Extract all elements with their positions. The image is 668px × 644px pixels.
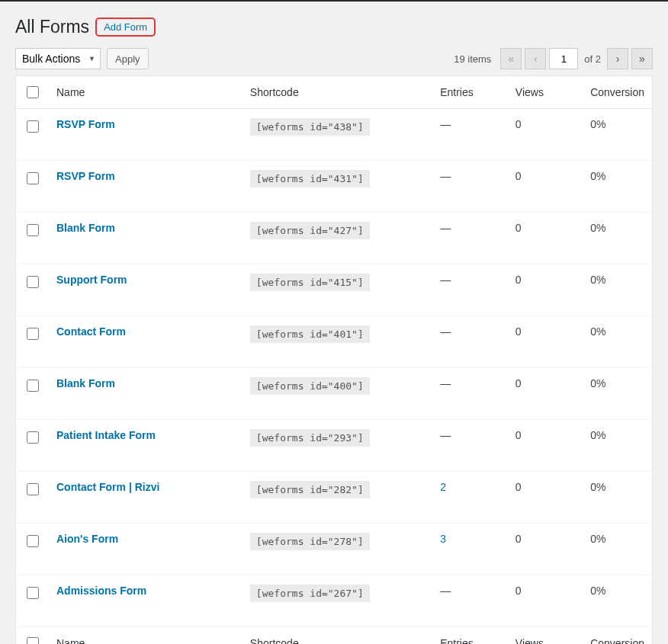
col-conversion-footer: Conversion: [583, 627, 652, 645]
items-count: 19 items: [454, 53, 491, 65]
forms-table: Name Shortcode Entries Views Conversion …: [15, 75, 653, 644]
conversion-value: 0%: [590, 170, 605, 182]
views-value: 0: [515, 274, 522, 286]
views-value: 0: [515, 170, 522, 182]
select-all-top[interactable]: [27, 86, 39, 98]
form-name-link[interactable]: RSVP Form: [56, 170, 115, 182]
entries-value: —: [440, 585, 451, 597]
conversion-value: 0%: [590, 274, 605, 286]
col-name[interactable]: Name: [49, 76, 242, 109]
col-views: Views: [508, 76, 583, 109]
row-checkbox[interactable]: [27, 276, 39, 288]
form-name-link[interactable]: Contact Form | Rizvi: [56, 481, 159, 493]
bulk-actions-select-top[interactable]: Bulk Actions: [15, 48, 101, 69]
conversion-value: 0%: [590, 222, 605, 234]
apply-button-top[interactable]: Apply: [107, 48, 149, 69]
col-entries: Entries: [432, 76, 508, 109]
table-row: RSVP Form[weforms id="431"]—00%: [16, 161, 653, 213]
row-checkbox[interactable]: [27, 328, 39, 340]
conversion-value: 0%: [590, 533, 605, 545]
entries-value: —: [440, 377, 451, 389]
conversion-value: 0%: [590, 585, 605, 597]
views-value: 0: [515, 325, 522, 338]
row-checkbox[interactable]: [27, 431, 39, 444]
table-row: Blank Form[weforms id="400"]—00%: [16, 368, 653, 420]
shortcode-text[interactable]: [weforms id="401"]: [250, 325, 370, 343]
entries-value: —: [440, 222, 451, 234]
form-name-link[interactable]: Patient Intake Form: [56, 429, 156, 441]
views-value: 0: [515, 222, 522, 234]
views-value: 0: [515, 118, 522, 130]
row-checkbox[interactable]: [27, 224, 39, 236]
shortcode-text[interactable]: [weforms id="293"]: [250, 429, 370, 447]
conversion-value: 0%: [590, 429, 605, 441]
table-row: Contact Form | Rizvi[weforms id="282"]20…: [16, 472, 653, 524]
form-name-link[interactable]: RSVP Form: [56, 118, 115, 130]
entries-link[interactable]: 3: [440, 533, 446, 545]
shortcode-text[interactable]: [weforms id="282"]: [250, 481, 370, 498]
row-checkbox[interactable]: [27, 172, 39, 184]
form-name-link[interactable]: Aion's Form: [56, 533, 118, 545]
select-all-bottom[interactable]: [27, 637, 39, 644]
shortcode-text[interactable]: [weforms id="427"]: [250, 222, 370, 239]
shortcode-text[interactable]: [weforms id="278"]: [250, 533, 370, 550]
table-row: Contact Form[weforms id="401"]—00%: [16, 316, 653, 368]
views-value: 0: [515, 533, 522, 545]
page-title: All Forms: [15, 17, 89, 37]
conversion-value: 0%: [590, 118, 605, 130]
table-row: Aion's Form[weforms id="278"]300%: [16, 524, 653, 575]
conversion-value: 0%: [590, 481, 605, 493]
table-row: RSVP Form[weforms id="438"]—00%: [16, 109, 653, 161]
shortcode-text[interactable]: [weforms id="438"]: [250, 118, 370, 136]
next-page-button[interactable]: ›: [607, 48, 628, 69]
row-checkbox[interactable]: [27, 587, 39, 599]
last-page-button[interactable]: »: [631, 48, 653, 69]
table-row: Support Form[weforms id="415"]—00%: [16, 264, 653, 316]
shortcode-text[interactable]: [weforms id="400"]: [250, 377, 370, 395]
col-shortcode-footer: Shortcode: [242, 627, 432, 645]
form-name-link[interactable]: Admissions Form: [56, 585, 146, 597]
add-form-button[interactable]: Add Form: [95, 18, 156, 37]
views-value: 0: [515, 585, 522, 597]
entries-value: —: [440, 118, 451, 130]
col-shortcode: Shortcode: [242, 76, 432, 109]
col-conversion: Conversion: [583, 76, 652, 109]
views-value: 0: [515, 481, 522, 493]
form-name-link[interactable]: Blank Form: [56, 222, 115, 234]
conversion-value: 0%: [590, 325, 605, 338]
row-checkbox[interactable]: [27, 380, 39, 392]
shortcode-text[interactable]: [weforms id="431"]: [250, 170, 370, 187]
col-name-footer[interactable]: Name: [49, 627, 242, 645]
table-row: Patient Intake Form[weforms id="293"]—00…: [16, 420, 653, 472]
views-value: 0: [515, 429, 522, 441]
bulk-actions-top: Bulk Actions Apply: [15, 48, 149, 69]
col-views-footer: Views: [508, 627, 583, 645]
row-checkbox[interactable]: [27, 120, 39, 133]
row-checkbox[interactable]: [27, 535, 39, 547]
entries-link[interactable]: 2: [440, 481, 446, 493]
prev-page-button[interactable]: ‹: [525, 48, 546, 69]
entries-value: —: [440, 274, 451, 286]
entries-value: —: [440, 170, 451, 182]
of-text: of 2: [584, 53, 601, 65]
shortcode-text[interactable]: [weforms id="267"]: [250, 585, 370, 602]
table-row: Blank Form[weforms id="427"]—00%: [16, 213, 653, 264]
shortcode-text[interactable]: [weforms id="415"]: [250, 274, 370, 291]
first-page-button[interactable]: «: [500, 48, 522, 69]
entries-value: —: [440, 429, 451, 441]
views-value: 0: [515, 377, 522, 389]
form-name-link[interactable]: Blank Form: [56, 377, 115, 389]
row-checkbox[interactable]: [27, 483, 39, 495]
table-row: Admissions Form[weforms id="267"]—00%: [16, 575, 653, 627]
page-header: All Forms Add Form: [15, 17, 653, 37]
tablenav-top: Bulk Actions Apply 19 items « ‹ of 2 › »: [15, 48, 653, 69]
entries-value: —: [440, 325, 451, 338]
current-page-input[interactable]: [549, 48, 578, 69]
col-entries-footer: Entries: [432, 627, 508, 645]
form-name-link[interactable]: Support Form: [56, 274, 127, 286]
form-name-link[interactable]: Contact Form: [56, 325, 126, 338]
pagination-top: 19 items « ‹ of 2 › »: [454, 48, 653, 69]
conversion-value: 0%: [590, 377, 605, 389]
